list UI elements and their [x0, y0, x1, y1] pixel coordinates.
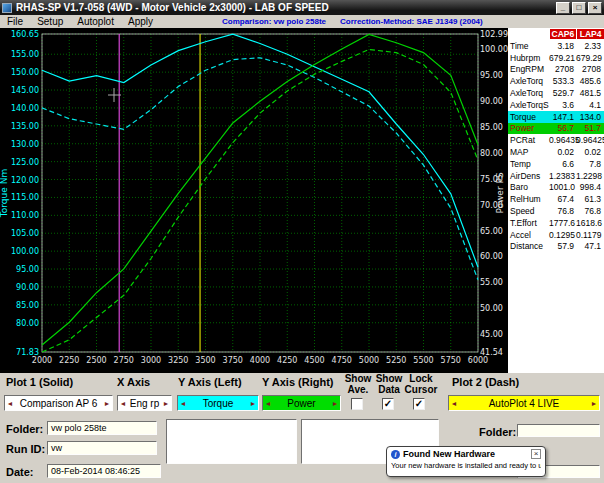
date-label: Date:: [6, 466, 34, 478]
svg-text:160.65: 160.65: [11, 30, 39, 39]
next-arrow-icon[interactable]: ►: [589, 400, 599, 407]
close-button[interactable]: ×: [588, 2, 602, 14]
table-row: T.Effort1777.61618.6: [508, 217, 604, 229]
show-data-checkbox[interactable]: ✓: [382, 398, 394, 410]
svg-text:5500: 5500: [413, 356, 433, 365]
plot1-value: Comparison AP 6: [15, 398, 102, 409]
comparison-header: Comparison: vw polo 258te Correction-Met…: [222, 15, 483, 28]
plot1-label: Plot 1 (Solid): [6, 376, 73, 388]
lock-cursor-checkbox[interactable]: ✓: [413, 398, 425, 410]
menu-apply[interactable]: Apply: [121, 15, 160, 28]
svg-text:3000: 3000: [141, 356, 161, 365]
prev-arrow-icon[interactable]: ◄: [449, 400, 459, 407]
svg-text:125.00: 125.00: [11, 158, 39, 167]
svg-text:105.00: 105.00: [11, 229, 39, 238]
yaxis-right-selector[interactable]: ◄ Power ►: [262, 395, 341, 411]
table-row: Torque147.1134.0: [508, 111, 604, 123]
svg-text:2250: 2250: [59, 356, 79, 365]
menu-file[interactable]: File: [0, 15, 30, 28]
plot2-selector[interactable]: ◄ AutoPlot 4 LIVE ►: [448, 395, 600, 411]
minimize-button[interactable]: _: [556, 2, 570, 14]
svg-text:5250: 5250: [386, 356, 406, 365]
yaxis-left-label: Y Axis (Left): [178, 376, 242, 388]
show-ave-checkbox[interactable]: [351, 398, 363, 410]
notification-balloon: i Found New Hardware × Your new hardware…: [386, 446, 546, 477]
svg-text:102.99: 102.99: [480, 30, 508, 39]
yaxis-left-value: Torque: [188, 398, 248, 409]
runid-field[interactable]: vw: [47, 441, 157, 455]
maximize-button[interactable]: □: [572, 2, 586, 14]
svg-text:155.00: 155.00: [11, 50, 39, 59]
table-row: Distance57.947.1: [508, 241, 604, 253]
svg-text:95.00: 95.00: [16, 265, 39, 274]
table-row: AirDens1.23831.2298: [508, 170, 604, 182]
table-row: PCRat0.964350.96425: [508, 134, 604, 146]
lock-cursor-label: Lock Cursor: [402, 374, 440, 395]
svg-text:4000: 4000: [250, 356, 270, 365]
menu-setup[interactable]: Setup: [30, 15, 70, 28]
svg-text:135.00: 135.00: [11, 122, 39, 131]
yaxis-left-selector[interactable]: ◄ Torque ►: [177, 395, 259, 411]
svg-text:2000: 2000: [32, 356, 52, 365]
data-table: CAP6 LAP4 Time3.182.33Hubrpm679.21679.29…: [508, 28, 604, 373]
dyno-chart[interactable]: 160.65155.00150.00145.00140.00135.00130.…: [0, 28, 508, 373]
window-title: RHAS-SP V1.7-058 (4WD - Motor Vehicle 2x…: [16, 2, 554, 13]
show-data-label: Show Data: [372, 374, 406, 395]
balloon-close-button[interactable]: ×: [531, 449, 541, 459]
plot2-value: AutoPlot 4 LIVE: [459, 398, 589, 409]
svg-text:95.00: 95.00: [480, 71, 503, 80]
svg-text:3250: 3250: [168, 356, 188, 365]
left-axis-title: Torque Nm: [0, 169, 9, 218]
control-panel: Plot 1 (Solid) X Axis Y Axis (Left) Y Ax…: [0, 373, 604, 483]
plot1-selector[interactable]: ◄ Comparison AP 6 ►: [4, 395, 113, 411]
svg-text:130.00: 130.00: [11, 140, 39, 149]
table-row: AxleTorqS3.64.1: [508, 99, 604, 111]
svg-text:115.00: 115.00: [11, 193, 39, 202]
balloon-header: i Found New Hardware ×: [391, 449, 541, 459]
folder-label: Folder:: [6, 423, 43, 435]
menu-autoplot[interactable]: Autoplot: [70, 15, 121, 28]
table-row: Baro1001.0998.4: [508, 182, 604, 194]
comparison-text: Comparison: vw polo 258te: [222, 15, 326, 28]
date-field[interactable]: 08-Feb-2014 08:46:25: [47, 464, 161, 478]
info-icon: i: [391, 450, 400, 459]
column-header-cap6: CAP6: [550, 29, 577, 39]
svg-text:5000: 5000: [359, 356, 379, 365]
svg-text:60.00: 60.00: [480, 252, 503, 261]
next-arrow-icon[interactable]: ►: [248, 400, 258, 407]
xaxis-label: X Axis: [117, 376, 150, 388]
table-row: Speed76.876.8: [508, 205, 604, 217]
svg-text:85.00: 85.00: [480, 123, 503, 132]
column-header-lap4: LAP4: [577, 29, 604, 39]
next-arrow-icon[interactable]: ►: [102, 400, 112, 407]
next-arrow-icon[interactable]: ►: [330, 400, 340, 407]
svg-text:55.00: 55.00: [480, 278, 503, 287]
svg-text:4250: 4250: [277, 356, 297, 365]
prev-arrow-icon[interactable]: ◄: [178, 400, 188, 407]
xaxis-selector[interactable]: ◄ Eng rp ►: [117, 395, 172, 411]
xaxis-value: Eng rp: [128, 398, 161, 409]
svg-text:4750: 4750: [332, 356, 352, 365]
next-arrow-icon[interactable]: ►: [161, 400, 171, 407]
table-row: Power56.751.7: [508, 123, 604, 135]
folder2-field[interactable]: [517, 424, 600, 437]
svg-text:65.00: 65.00: [480, 227, 503, 236]
table-row: Time3.182.33: [508, 40, 604, 52]
prev-arrow-icon[interactable]: ◄: [5, 400, 15, 407]
table-row: AxleTorq529.7481.5: [508, 87, 604, 99]
correction-method-text: Correction-Method: SAE J1349 (2004): [340, 15, 483, 28]
list-box-1[interactable]: [166, 419, 297, 464]
chart-area: 160.65155.00150.00145.00140.00135.00130.…: [0, 28, 508, 373]
svg-text:100.00: 100.00: [480, 45, 508, 54]
app-icon: [2, 3, 12, 13]
app-window: RHAS-SP V1.7-058 (4WD - Motor Vehicle 2x…: [0, 0, 604, 483]
svg-text:45.00: 45.00: [480, 330, 503, 339]
prev-arrow-icon[interactable]: ◄: [263, 400, 273, 407]
folder-field[interactable]: vw polo 258te: [47, 421, 157, 435]
balloon-body: Your new hardware is installed and ready…: [391, 461, 541, 470]
table-header: CAP6 LAP4: [508, 28, 604, 40]
table-row: RelHum67.461.3: [508, 193, 604, 205]
balloon-title: Found New Hardware: [403, 449, 528, 459]
prev-arrow-icon[interactable]: ◄: [118, 400, 128, 407]
svg-text:80.00: 80.00: [480, 149, 503, 158]
